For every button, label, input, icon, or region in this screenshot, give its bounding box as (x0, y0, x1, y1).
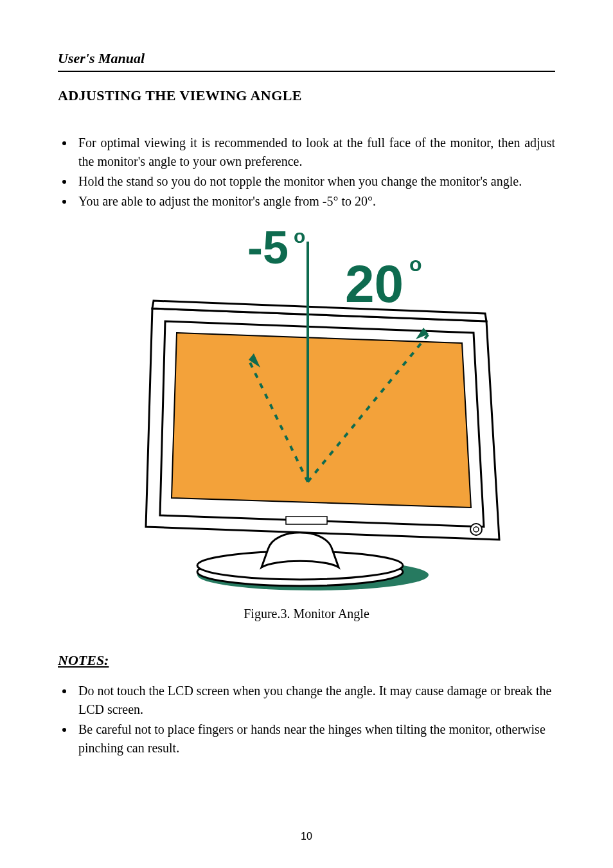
figure-caption: Figure.3. Monitor Angle (58, 607, 555, 621)
section-title: ADJUSTING THE VIEWING ANGLE (58, 87, 555, 104)
list-item: You are able to adjust the monitor's ang… (75, 192, 555, 211)
svg-point-4 (470, 524, 482, 535)
list-item: Hold the stand so you do not topple the … (75, 172, 555, 191)
header-rule (58, 71, 555, 72)
figure: -5 o 20 o (58, 225, 555, 600)
angle-label-neg5: -5 (247, 225, 289, 273)
angle-label-neg5-degree: o (294, 226, 305, 247)
list-item: For optimal viewing it is recommended to… (75, 134, 555, 171)
list-item: Do not touch the LCD screen when you cha… (75, 682, 555, 719)
notes-list: Do not touch the LCD screen when you cha… (58, 682, 555, 757)
list-item: Be careful not to place fingers or hands… (75, 720, 555, 757)
figure-caption-text: Monitor Angle (290, 607, 369, 621)
page: User's Manual ADJUSTING THE VIEWING ANGL… (0, 0, 613, 868)
angle-label-20-degree: o (409, 252, 422, 276)
page-number: 10 (0, 831, 613, 842)
svg-rect-3 (286, 517, 327, 524)
monitor-angle-illustration: -5 o 20 o (107, 225, 506, 598)
figure-caption-prefix: Figure.3. (244, 607, 290, 621)
angle-label-20: 20 (345, 254, 404, 313)
running-title: User's Manual (58, 50, 555, 67)
instruction-list: For optimal viewing it is recommended to… (58, 134, 555, 211)
notes-heading: NOTES: (58, 652, 555, 669)
